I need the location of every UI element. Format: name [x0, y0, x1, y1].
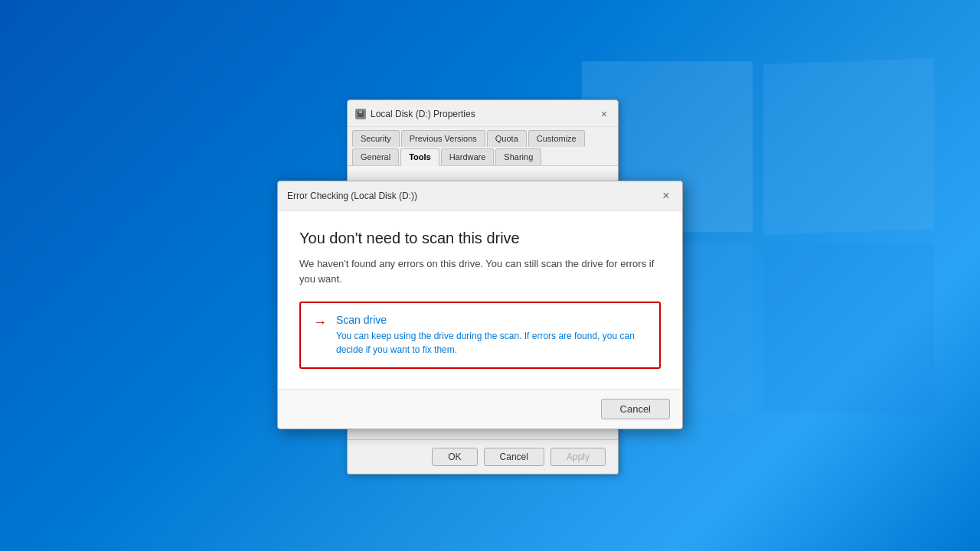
- scan-drive-title: Scan drive: [336, 314, 647, 326]
- scan-drive-option[interactable]: → Scan drive You can keep using the driv…: [299, 302, 661, 369]
- error-dialog-titlebar: Error Checking (Local Disk (D:)) ×: [278, 181, 682, 211]
- error-dialog-title: Error Checking (Local Disk (D:)): [287, 191, 417, 201]
- error-dialog-footer: Cancel: [278, 389, 682, 429]
- tab-general[interactable]: General: [352, 148, 399, 165]
- tab-security[interactable]: Security: [352, 130, 400, 147]
- apply-button[interactable]: Apply: [550, 448, 606, 466]
- properties-tabs: Security Previous Versions Quota Customi…: [348, 127, 618, 166]
- properties-close-button[interactable]: ×: [596, 106, 612, 122]
- tab-sharing[interactable]: Sharing: [495, 148, 541, 165]
- error-dialog-heading: You don't need to scan this drive: [299, 230, 661, 247]
- cancel-button[interactable]: Cancel: [484, 448, 544, 466]
- tab-hardware[interactable]: Hardware: [441, 148, 495, 165]
- tab-previous-versions[interactable]: Previous Versions: [401, 130, 485, 147]
- scan-drive-description: You can keep using the drive during the …: [336, 329, 647, 357]
- error-dialog-cancel-button[interactable]: Cancel: [601, 399, 670, 419]
- properties-titlebar: Local Disk (D:) Properties ×: [348, 100, 618, 127]
- svg-rect-1: [359, 111, 362, 113]
- scan-arrow-icon: →: [313, 315, 327, 331]
- disk-icon: [355, 109, 366, 119]
- properties-title: Local Disk (D:) Properties: [371, 109, 475, 119]
- properties-footer: OK Cancel Apply: [348, 439, 618, 474]
- error-checking-dialog: Error Checking (Local Disk (D:)) × You d…: [277, 181, 683, 429]
- ok-button[interactable]: OK: [432, 448, 477, 466]
- tab-tools[interactable]: Tools: [400, 148, 439, 166]
- error-dialog-body: You don't need to scan this drive We hav…: [278, 211, 682, 389]
- tab-customize[interactable]: Customize: [528, 130, 585, 147]
- tab-quota[interactable]: Quota: [487, 130, 527, 147]
- error-dialog-description: We haven't found any errors on this driv…: [299, 256, 661, 286]
- error-dialog-close-button[interactable]: ×: [656, 187, 676, 204]
